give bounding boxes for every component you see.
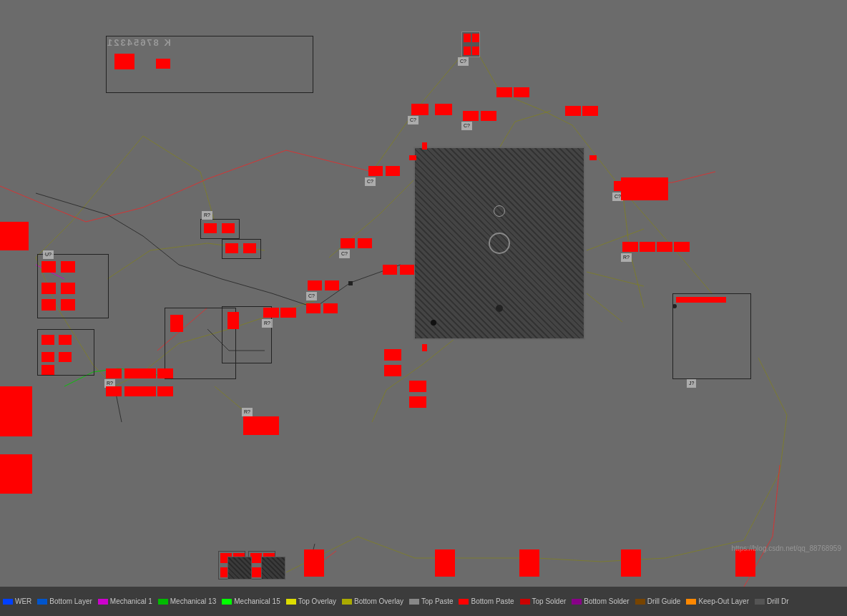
pad-sml-4b bbox=[157, 386, 173, 396]
legend-swatch-mech1 bbox=[98, 599, 108, 605]
pad-top-3a bbox=[565, 106, 581, 116]
pad-bot-row-17 bbox=[621, 549, 641, 577]
svg-line-66 bbox=[222, 279, 272, 293]
label-mid-large-1: R? bbox=[242, 408, 253, 416]
pad-scatter-7a bbox=[409, 381, 426, 392]
pad-scatter-8b bbox=[280, 308, 296, 318]
node-dot-2 bbox=[431, 320, 436, 326]
legend-item-drill-dr: Drill Dr bbox=[755, 597, 789, 605]
label-right-2: R? bbox=[621, 253, 632, 262]
svg-line-63 bbox=[107, 215, 143, 236]
pad-left-2b bbox=[59, 335, 72, 345]
pad-scatter-2a bbox=[308, 280, 322, 290]
legend-item-mech15: Mechanical 15 bbox=[222, 597, 280, 605]
legend-label-bottom-layer: Bottom Layer bbox=[49, 597, 92, 605]
label-connector-right: J? bbox=[687, 379, 696, 388]
watermark: https://blog.csdn.net/qq_88768959 bbox=[732, 544, 841, 552]
pad-scatter-5b bbox=[400, 265, 414, 275]
pad-left-2d bbox=[59, 352, 72, 362]
label-scatter-4: C? bbox=[339, 250, 350, 258]
legend-swatch-bottom-overlay bbox=[342, 599, 352, 605]
pad-topright-large bbox=[621, 177, 668, 200]
svg-line-7 bbox=[672, 247, 712, 293]
svg-line-48 bbox=[143, 179, 207, 207]
legend-label-top-paste: Top Paste bbox=[421, 597, 453, 605]
pad-scatter-6a bbox=[384, 349, 401, 361]
legend-swatch-wer bbox=[3, 599, 13, 605]
legend-swatch-keepout bbox=[686, 599, 696, 605]
svg-line-9 bbox=[630, 250, 644, 308]
pad-bot-row-21 bbox=[735, 549, 755, 577]
legend-swatch-top-overlay bbox=[286, 599, 296, 605]
legend-label-mech15: Mechanical 15 bbox=[234, 597, 280, 605]
pad-sml-4a bbox=[140, 386, 156, 396]
pad-sml-1a bbox=[106, 368, 122, 378]
pad-scatter-6b bbox=[384, 365, 401, 376]
pad-left-2a bbox=[41, 335, 54, 345]
svg-line-26 bbox=[537, 558, 601, 562]
legend-swatch-drill-guide bbox=[635, 599, 645, 605]
svg-line-43 bbox=[422, 336, 458, 365]
legend-swatch-drill-dr bbox=[755, 599, 765, 605]
legend-item-drill-guide: Drill Guide bbox=[635, 597, 681, 605]
svg-line-64 bbox=[143, 236, 179, 265]
pad-sm-res-1b bbox=[222, 223, 235, 233]
legend-label-keepout: Keep-Out Layer bbox=[698, 597, 749, 605]
pad-left-1f bbox=[61, 299, 75, 311]
legend-item-top-paste: Top Paste bbox=[409, 597, 453, 605]
svg-line-54 bbox=[773, 465, 780, 537]
legend-item-mech1: Mechanical 1 bbox=[98, 597, 152, 605]
label-qfp-top-1: C? bbox=[461, 122, 472, 130]
pad-left-2e bbox=[41, 365, 54, 375]
legend-label-wer: WER bbox=[15, 597, 31, 605]
pad-top-2a bbox=[496, 87, 512, 97]
pad-row-10 bbox=[156, 59, 170, 69]
pad-sml-2b bbox=[157, 368, 173, 378]
pad-qfp-top-1a bbox=[463, 111, 479, 121]
pad-mid-large-1 bbox=[243, 416, 279, 435]
svg-line-42 bbox=[515, 111, 551, 122]
legend-item-top-solder: Top Solder bbox=[520, 597, 567, 605]
pad-tc-2 bbox=[435, 104, 452, 115]
label-left-1: U? bbox=[43, 250, 54, 259]
pad-left-1e bbox=[41, 299, 56, 311]
qfp-ic bbox=[413, 147, 585, 340]
svg-line-40 bbox=[587, 293, 622, 322]
legend-swatch-bottom-paste bbox=[459, 599, 469, 605]
svg-line-11 bbox=[143, 136, 200, 172]
legend-item-keepout: Keep-Out Layer bbox=[686, 597, 749, 605]
comp-bot-hatch-1 bbox=[227, 557, 252, 580]
pad-scatter-3a bbox=[306, 303, 320, 313]
label-scatter-2: C? bbox=[306, 292, 317, 300]
legend-label-bottom-solder: Bottom Solder bbox=[584, 597, 629, 605]
svg-line-33 bbox=[107, 250, 150, 279]
pad-scatter-1b bbox=[386, 166, 400, 176]
pcb-canvas: K 87654321 C? C? bbox=[0, 0, 847, 587]
pad-right-2a bbox=[622, 242, 638, 252]
pad-left-1c bbox=[41, 283, 56, 294]
svg-line-13 bbox=[36, 222, 72, 258]
legend-swatch-top-paste bbox=[409, 599, 419, 605]
pad-sml-2a bbox=[140, 368, 156, 378]
pad-scatter-7b bbox=[409, 396, 426, 408]
legend-swatch-bottom-solder bbox=[572, 599, 582, 605]
pad-red-1 bbox=[114, 54, 134, 69]
svg-line-29 bbox=[744, 472, 780, 540]
label-top-center: C? bbox=[458, 57, 469, 66]
svg-line-62 bbox=[36, 193, 107, 215]
pad-far-left-1 bbox=[0, 222, 29, 250]
pad-right-2b bbox=[640, 242, 655, 252]
comp-bot-hatch-2 bbox=[261, 557, 285, 580]
pad-top-2b bbox=[514, 87, 529, 97]
pad-bot-row-12 bbox=[519, 549, 539, 577]
legend-item-bottom-overlay: Bottom Overlay bbox=[342, 597, 403, 605]
pad-bot-row-8 bbox=[435, 549, 455, 577]
legend-label-top-solder: Top Solder bbox=[532, 597, 567, 605]
svg-line-30 bbox=[780, 415, 787, 472]
svg-line-45 bbox=[372, 390, 386, 422]
pad-scatter-5a bbox=[383, 265, 397, 275]
svg-line-65 bbox=[179, 265, 222, 279]
outline-box-topleft bbox=[106, 36, 313, 93]
svg-line-52 bbox=[672, 172, 715, 182]
pad-tc-1 bbox=[411, 104, 429, 115]
